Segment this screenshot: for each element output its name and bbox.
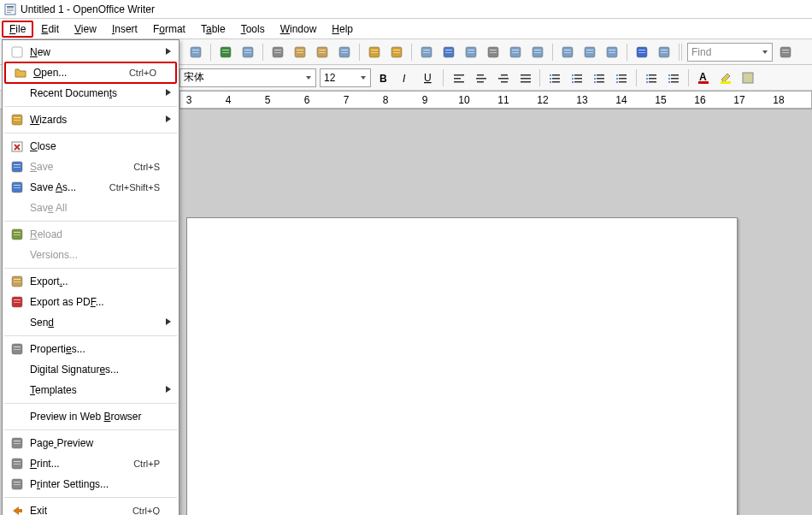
- autospell-button[interactable]: [238, 43, 257, 62]
- chevron-down-icon: [305, 74, 312, 81]
- menu-table[interactable]: Table: [193, 21, 233, 38]
- svg-rect-133: [671, 81, 679, 83]
- svg-rect-28: [222, 52, 229, 53]
- outdent2-button[interactable]: [642, 68, 661, 87]
- menu-item-page-preview[interactable]: Page Preview: [3, 433, 179, 453]
- align-justify-button[interactable]: [515, 68, 534, 87]
- menu-item-shortcut: Ctrl+P: [133, 459, 163, 469]
- cut-button[interactable]: [268, 43, 287, 62]
- separator: [210, 44, 211, 61]
- menu-item-templates[interactable]: Templates: [3, 380, 179, 400]
- menu-item-reload: Reload: [3, 224, 179, 245]
- page[interactable]: [186, 217, 738, 515]
- menu-item-save: SaveCtrl+S: [3, 157, 179, 177]
- horizontal-ruler[interactable]: 3456789101112131415161718: [179, 91, 812, 109]
- menu-insert[interactable]: Insert: [104, 21, 145, 38]
- outdent-button[interactable]: [590, 68, 609, 87]
- font-color-button[interactable]: A: [694, 68, 713, 87]
- menu-item-export-as-pdf[interactable]: Export as PDF...: [3, 292, 179, 312]
- menu-item-recent-documents[interactable]: Recent Documents: [3, 83, 179, 104]
- spell-button[interactable]: [216, 43, 235, 62]
- help-button[interactable]: [633, 43, 651, 62]
- paintfmt-button[interactable]: [335, 43, 354, 62]
- undo-button[interactable]: [365, 43, 384, 62]
- font-name-combo[interactable]: 宋体: [179, 68, 316, 87]
- menu-item-open[interactable]: Open...Ctrl+O: [4, 62, 177, 84]
- menu-item-exit[interactable]: ExitCtrl+Q: [3, 500, 179, 515]
- svg-rect-138: [698, 81, 709, 84]
- nonprint-button[interactable]: [580, 43, 599, 62]
- menu-file[interactable]: File: [2, 21, 33, 38]
- menu-item-send[interactable]: Send: [3, 312, 179, 333]
- zoom-button[interactable]: [603, 43, 621, 62]
- datasource-button[interactable]: [558, 43, 577, 62]
- svg-point-117: [594, 78, 596, 80]
- nav-button[interactable]: [506, 43, 525, 62]
- table-button[interactable]: [439, 43, 458, 62]
- whatsthis-button[interactable]: [655, 43, 674, 62]
- spell-icon: [219, 45, 232, 59]
- menu-separator: [4, 268, 177, 269]
- toolbar-handle-icon[interactable]: [679, 44, 682, 61]
- align-right-button[interactable]: [493, 68, 512, 87]
- menu-item-properties[interactable]: Properties...: [3, 339, 179, 359]
- list-num-button[interactable]: [545, 68, 564, 87]
- menu-separator: [4, 429, 177, 430]
- titlebar: Untitled 1 - OpenOffice Writer: [0, 0, 812, 19]
- background-button[interactable]: [738, 68, 757, 87]
- ruler-tick: 14: [613, 92, 630, 108]
- preview-button[interactable]: [186, 43, 205, 62]
- svg-rect-92: [477, 74, 484, 76]
- window-title: Untitled 1 - OpenOffice Writer: [21, 3, 155, 15]
- menu-item-printer-settings[interactable]: Printer Settings...: [3, 474, 179, 494]
- menu-item-export[interactable]: Export...: [3, 271, 179, 292]
- menu-item-label: Page Preview: [26, 437, 160, 449]
- highlight-button[interactable]: [716, 68, 735, 87]
- svg-rect-66: [534, 50, 541, 50]
- indent2-icon: [667, 71, 680, 85]
- menu-item-close[interactable]: Close: [3, 136, 179, 157]
- menu-tools[interactable]: Tools: [233, 21, 273, 38]
- separator: [552, 44, 553, 61]
- find-combo[interactable]: Find: [687, 43, 773, 62]
- menu-item-save-as[interactable]: Save As...Ctrl+Shift+S: [3, 177, 179, 198]
- menu-item-wizards[interactable]: Wizards: [3, 110, 179, 130]
- italic-button[interactable]: I: [397, 68, 415, 87]
- menu-item-save-all: Save All: [3, 198, 179, 218]
- menu-format[interactable]: Format: [145, 21, 193, 38]
- menu-item-new[interactable]: New: [3, 42, 179, 62]
- menu-edit[interactable]: Edit: [33, 21, 67, 38]
- align-center-button[interactable]: [471, 68, 490, 87]
- find-next-button[interactable]: [776, 43, 795, 62]
- font-size-combo[interactable]: 12: [320, 68, 371, 87]
- menu-item-digital-signatures[interactable]: Digital Signatures...: [3, 359, 179, 380]
- ruler-tick: 17: [731, 92, 748, 108]
- menu-window[interactable]: Window: [273, 21, 325, 38]
- menu-item-print[interactable]: Print...Ctrl+P: [3, 453, 179, 474]
- paste-button[interactable]: [313, 43, 332, 62]
- menu-item-preview-in-web-browser[interactable]: Preview in Web Browser: [3, 406, 179, 427]
- doc-icon: [8, 45, 26, 59]
- gallery-button[interactable]: [528, 43, 547, 62]
- svg-point-129: [646, 78, 648, 80]
- svg-rect-4: [7, 12, 11, 13]
- indent-button[interactable]: [612, 68, 631, 87]
- bold-button[interactable]: B: [374, 68, 393, 87]
- close-icon: [8, 139, 26, 153]
- find-button[interactable]: [484, 43, 503, 62]
- svg-rect-63: [512, 50, 519, 50]
- menu-item-label: Versions...: [26, 249, 160, 261]
- indent2-button[interactable]: [664, 68, 683, 87]
- align-left-button[interactable]: [449, 68, 468, 87]
- svg-rect-164: [14, 346, 21, 347]
- underline-button[interactable]: U: [419, 68, 438, 87]
- list-bullet-button[interactable]: [568, 68, 586, 87]
- redo-button[interactable]: [387, 43, 406, 62]
- menu-help[interactable]: Help: [324, 21, 361, 38]
- menu-view[interactable]: View: [67, 21, 104, 38]
- hyperlink-button[interactable]: [417, 43, 436, 62]
- draw-button[interactable]: [462, 43, 480, 62]
- svg-rect-91: [454, 81, 464, 83]
- copy-button[interactable]: [291, 43, 309, 62]
- svg-rect-152: [14, 185, 21, 186]
